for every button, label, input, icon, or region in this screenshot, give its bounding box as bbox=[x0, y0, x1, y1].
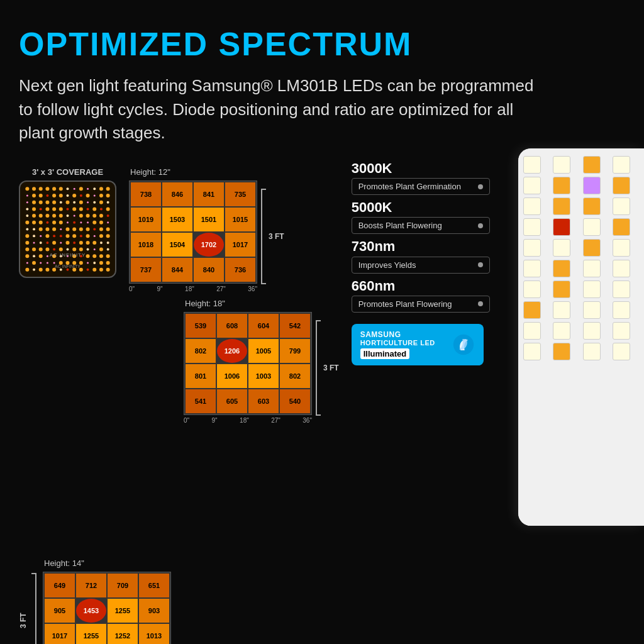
ppfd-cell: 605 bbox=[217, 389, 247, 413]
spectrum-dot-660nm bbox=[478, 301, 483, 306]
led-chip bbox=[613, 260, 630, 277]
led-chip bbox=[523, 177, 541, 194]
ppfd-cell: 604 bbox=[248, 314, 279, 338]
ppfd-cell: 905 bbox=[45, 599, 75, 623]
panel-height-label-18in: Height: 18" bbox=[185, 299, 225, 308]
ppfd-cell: 801 bbox=[186, 364, 216, 388]
led-chip bbox=[553, 218, 570, 236]
ppfd-cell: 844 bbox=[162, 258, 192, 282]
led-chip bbox=[553, 280, 570, 298]
ppfd-cell: 651 bbox=[139, 574, 169, 597]
ppfd-cell: 799 bbox=[280, 339, 310, 363]
ppfd-panel-12in: Height: 12" 7388468417351019150315011015… bbox=[129, 167, 284, 292]
side-bracket-12in: 3 FT bbox=[261, 189, 284, 284]
spectrum-item-5000k: 5000K Boosts Plant Flowering bbox=[352, 200, 490, 234]
ppfd-cell: 1003 bbox=[248, 364, 279, 388]
ppfd-cell: 608 bbox=[217, 314, 247, 338]
led-chip bbox=[613, 322, 630, 340]
samsung-product: HORTICULTURE LED bbox=[360, 339, 446, 347]
led-chip bbox=[523, 343, 541, 360]
samsung-illuminated: Illuminated bbox=[360, 348, 410, 359]
led-chip bbox=[523, 280, 541, 298]
ppfd-cell: 649 bbox=[45, 574, 75, 597]
spectrum-dot-730nm bbox=[478, 262, 483, 267]
page-subtitle: Next gen light featuring Samsung® LM301B… bbox=[19, 74, 535, 145]
led-chip bbox=[583, 239, 601, 257]
led-chip bbox=[553, 197, 570, 215]
ppfd-cell: 1501 bbox=[194, 208, 224, 231]
ppfd-cell: 1018 bbox=[131, 233, 161, 257]
ppfd-cell: 539 bbox=[186, 314, 216, 338]
ppfd-cell: 541 bbox=[186, 389, 216, 413]
ppfd-cell: 841 bbox=[194, 182, 224, 206]
ppfd-panel-14in: Height: 14" 6497127096519051453125590310… bbox=[43, 558, 171, 644]
ppfd-cell: 1006 bbox=[217, 364, 247, 388]
led-chip bbox=[583, 301, 601, 319]
led-chip bbox=[613, 156, 630, 174]
ppfd-cell: 1017 bbox=[225, 233, 255, 257]
led-chip bbox=[523, 197, 541, 215]
led-chip bbox=[583, 197, 601, 215]
ppfd-cell: 542 bbox=[280, 314, 310, 338]
led-chip bbox=[523, 322, 541, 340]
ppfd-cell: 1255 bbox=[108, 599, 138, 623]
led-chip bbox=[553, 239, 570, 257]
led-chip bbox=[583, 177, 601, 194]
ppfd-cell: 738 bbox=[131, 182, 161, 206]
led-chip bbox=[523, 260, 541, 277]
ppfd-cell: 903 bbox=[139, 599, 169, 623]
ppfd-cell: 709 bbox=[108, 574, 138, 597]
ppfd-cell: 1255 bbox=[76, 624, 106, 644]
spectrum-name-3000k: 3000K bbox=[352, 161, 490, 176]
spectrum-desc-660nm: Promotes Plant Flowering bbox=[358, 299, 452, 309]
ppfd-cell: 540 bbox=[280, 389, 310, 413]
x-axis-18in: 0"9"18"27"36" bbox=[184, 417, 312, 424]
ppfd-cell: 840 bbox=[194, 258, 224, 282]
ppfd-cell: 1015 bbox=[225, 208, 255, 231]
ppfd-cell: 1206 bbox=[217, 339, 247, 363]
led-chip bbox=[583, 260, 601, 277]
led-chip bbox=[583, 280, 601, 298]
spectrum-item-3000k: 3000K Promotes Plant Germination bbox=[352, 161, 490, 195]
led-chip bbox=[583, 156, 601, 174]
led-chip bbox=[613, 280, 630, 298]
samsung-logo-icon bbox=[452, 333, 475, 356]
ppfd-cell: 1453 bbox=[76, 599, 106, 623]
ppfd-grid-14in: 6497127096519051453125590310171255125210… bbox=[43, 572, 171, 644]
led-chip bbox=[613, 197, 630, 215]
right-section: 3000K Promotes Plant Germination 5000K B… bbox=[352, 167, 625, 365]
led-chip bbox=[553, 301, 570, 319]
panels-section: 3' x 3' COVERAGE AC INFINITY Height: 12"… bbox=[19, 167, 339, 644]
samsung-brand: SAMSUNG bbox=[360, 330, 446, 339]
spectrum-item-730nm: 730nm Improves Yields bbox=[352, 239, 490, 273]
led-chip bbox=[553, 260, 570, 277]
led-chip bbox=[613, 177, 630, 194]
ppfd-cell: 735 bbox=[225, 182, 255, 206]
ppfd-cell: 1504 bbox=[162, 233, 192, 257]
ppfd-cell: 1702 bbox=[194, 233, 224, 257]
led-chip bbox=[583, 322, 601, 340]
ppfd-cell: 737 bbox=[131, 258, 161, 282]
spectrum-box-660nm: Promotes Plant Flowering bbox=[352, 296, 490, 313]
ppfd-cell: 802 bbox=[186, 339, 216, 363]
ppfd-panel-18in: Height: 18" 5396086045428021206100579980… bbox=[184, 299, 339, 424]
ppfd-cell: 1252 bbox=[108, 624, 138, 644]
page-title: OPTIMIZED SPECTRUM bbox=[19, 25, 625, 63]
spectrum-box-3000k: Promotes Plant Germination bbox=[352, 178, 490, 195]
led-chip bbox=[613, 218, 630, 236]
led-chip bbox=[553, 177, 570, 194]
samsung-text: SAMSUNG HORTICULTURE LED Illuminated bbox=[360, 330, 446, 359]
spectrum-info: 3000K Promotes Plant Germination 5000K B… bbox=[352, 161, 490, 365]
led-chip bbox=[553, 156, 570, 174]
spectrum-box-730nm: Improves Yields bbox=[352, 257, 490, 274]
spectrum-box-5000k: Boosts Plant Flowering bbox=[352, 217, 490, 234]
ppfd-cell: 1013 bbox=[139, 624, 169, 644]
spectrum-name-730nm: 730nm bbox=[352, 239, 490, 254]
spectrum-item-660nm: 660nm Promotes Plant Flowering bbox=[352, 279, 490, 313]
led-chip bbox=[553, 343, 570, 360]
ppfd-cell: 1019 bbox=[131, 208, 161, 231]
spectrum-dot-3000k bbox=[478, 184, 483, 189]
spectrum-dot-5000k bbox=[478, 223, 483, 228]
spectrum-desc-5000k: Boosts Plant Flowering bbox=[358, 221, 442, 230]
x-axis-12in: 0"9"18"27"36" bbox=[129, 286, 257, 292]
